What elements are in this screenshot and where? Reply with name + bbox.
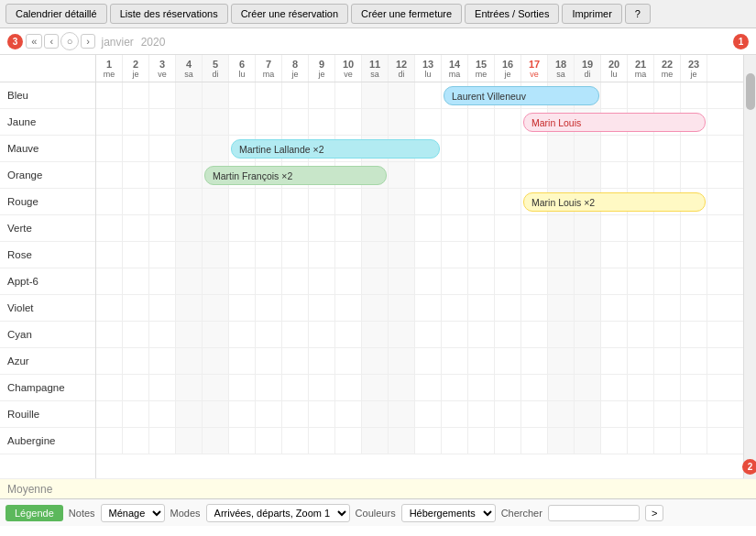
cell-Bleu-3[interactable] <box>149 82 176 108</box>
cell-Rose-21[interactable] <box>628 242 654 268</box>
cell-Cyan-9[interactable] <box>309 322 335 347</box>
cell-Cyan-22[interactable] <box>654 322 681 347</box>
cell-Rose-6[interactable] <box>229 242 256 268</box>
cell-Jaune-6[interactable] <box>229 109 256 135</box>
cell-Violet-19[interactable] <box>575 295 601 321</box>
cell-Rouille-1[interactable] <box>96 401 123 427</box>
chercher-input[interactable] <box>548 505 640 521</box>
cell-Appt-6-8[interactable] <box>282 268 309 294</box>
cell-Violet-3[interactable] <box>149 295 176 321</box>
cell-Rouille-9[interactable] <box>309 401 335 427</box>
cell-Verte-17[interactable] <box>521 215 548 241</box>
cell-Cyan-23[interactable] <box>681 322 707 347</box>
cell-Cyan-14[interactable] <box>442 322 468 347</box>
cell-Rose-9[interactable] <box>309 242 335 268</box>
cell-Bleu-12[interactable] <box>389 82 415 108</box>
cell-Rouille-17[interactable] <box>521 401 548 427</box>
cell-Verte-22[interactable] <box>654 215 681 241</box>
cell-Bleu-6[interactable] <box>229 82 256 108</box>
tab-liste[interactable]: Liste des réservations <box>110 4 228 24</box>
cell-Mauve-22[interactable] <box>654 136 681 161</box>
cell-Rouille-2[interactable] <box>123 401 149 427</box>
cell-Azur-7[interactable] <box>256 348 282 374</box>
cell-Appt-6-13[interactable] <box>415 268 442 294</box>
legende-button[interactable]: Légende <box>5 505 63 521</box>
cell-Azur-22[interactable] <box>654 348 681 374</box>
cell-Jaune-8[interactable] <box>282 109 309 135</box>
cell-Champagne-20[interactable] <box>601 375 628 400</box>
cell-Champagne-21[interactable] <box>628 375 654 400</box>
cell-Azur-6[interactable] <box>229 348 256 374</box>
cell-Rose-17[interactable] <box>521 242 548 268</box>
cell-Appt-6-15[interactable] <box>468 268 495 294</box>
cell-Champagne-1[interactable] <box>96 375 123 400</box>
cell-Cyan-13[interactable] <box>415 322 442 347</box>
cell-Mauve-3[interactable] <box>149 136 176 161</box>
cell-Rouge-7[interactable] <box>256 189 282 214</box>
cell-Cyan-17[interactable] <box>521 322 548 347</box>
cell-Cyan-18[interactable] <box>548 322 575 347</box>
cell-Orange-4[interactable] <box>176 162 203 188</box>
cell-Champagne-12[interactable] <box>389 375 415 400</box>
cell-Appt-6-3[interactable] <box>149 268 176 294</box>
cell-Verte-16[interactable] <box>495 215 521 241</box>
cell-Orange-17[interactable] <box>521 162 548 188</box>
cell-Aubergine-23[interactable] <box>681 428 707 454</box>
cell-Rouge-3[interactable] <box>149 189 176 214</box>
cell-Azur-1[interactable] <box>96 348 123 374</box>
cell-Rose-18[interactable] <box>548 242 575 268</box>
cell-Champagne-22[interactable] <box>654 375 681 400</box>
cell-Cyan-20[interactable] <box>601 322 628 347</box>
cell-Jaune-14[interactable] <box>442 109 468 135</box>
reservation-Martine-Lallande-×2[interactable]: Martine Lallande ×2 <box>231 139 440 159</box>
cell-Azur-15[interactable] <box>468 348 495 374</box>
cell-Jaune-9[interactable] <box>309 109 335 135</box>
cell-Champagne-10[interactable] <box>335 375 362 400</box>
cell-Rouge-11[interactable] <box>362 189 389 214</box>
cell-Bleu-21[interactable] <box>628 82 654 108</box>
cell-Verte-1[interactable] <box>96 215 123 241</box>
cell-Azur-23[interactable] <box>681 348 707 374</box>
cell-Violet-20[interactable] <box>601 295 628 321</box>
cell-Cyan-2[interactable] <box>123 322 149 347</box>
cell-Violet-22[interactable] <box>654 295 681 321</box>
cell-Aubergine-20[interactable] <box>601 428 628 454</box>
cell-Aubergine-13[interactable] <box>415 428 442 454</box>
cell-Rouille-10[interactable] <box>335 401 362 427</box>
cell-Aubergine-14[interactable] <box>442 428 468 454</box>
cell-Rouille-6[interactable] <box>229 401 256 427</box>
menage-select[interactable]: Ménage <box>101 504 165 522</box>
cell-Aubergine-18[interactable] <box>548 428 575 454</box>
cell-Appt-6-21[interactable] <box>628 268 654 294</box>
couleurs-select[interactable]: Hébergements <box>401 504 496 522</box>
cell-Champagne-15[interactable] <box>468 375 495 400</box>
cell-Rouille-8[interactable] <box>282 401 309 427</box>
cell-Appt-6-12[interactable] <box>389 268 415 294</box>
cell-Aubergine-19[interactable] <box>575 428 601 454</box>
cell-Rose-12[interactable] <box>389 242 415 268</box>
cell-Aubergine-5[interactable] <box>203 428 229 454</box>
cell-Verte-19[interactable] <box>575 215 601 241</box>
cell-Jaune-16[interactable] <box>495 109 521 135</box>
cell-Bleu-11[interactable] <box>362 82 389 108</box>
cell-Appt-6-18[interactable] <box>548 268 575 294</box>
cell-Aubergine-12[interactable] <box>389 428 415 454</box>
cell-Azur-3[interactable] <box>149 348 176 374</box>
cell-Appt-6-20[interactable] <box>601 268 628 294</box>
cell-Orange-2[interactable] <box>123 162 149 188</box>
nav-prev[interactable]: ‹ <box>44 34 59 49</box>
cell-Rouille-20[interactable] <box>601 401 628 427</box>
cell-Aubergine-9[interactable] <box>309 428 335 454</box>
cell-Champagne-19[interactable] <box>575 375 601 400</box>
cell-Rose-11[interactable] <box>362 242 389 268</box>
reservation-Marin-Louis[interactable]: Marin Louis <box>523 113 706 132</box>
cell-Rouille-13[interactable] <box>415 401 442 427</box>
cell-Bleu-7[interactable] <box>256 82 282 108</box>
cell-Appt-6-2[interactable] <box>123 268 149 294</box>
cell-Rouge-6[interactable] <box>229 189 256 214</box>
reservation-Martin-François-×2[interactable]: Martin François ×2 <box>204 166 387 185</box>
cell-Appt-6-7[interactable] <box>256 268 282 294</box>
cell-Orange-20[interactable] <box>601 162 628 188</box>
cell-Azur-11[interactable] <box>362 348 389 374</box>
cell-Orange-1[interactable] <box>96 162 123 188</box>
